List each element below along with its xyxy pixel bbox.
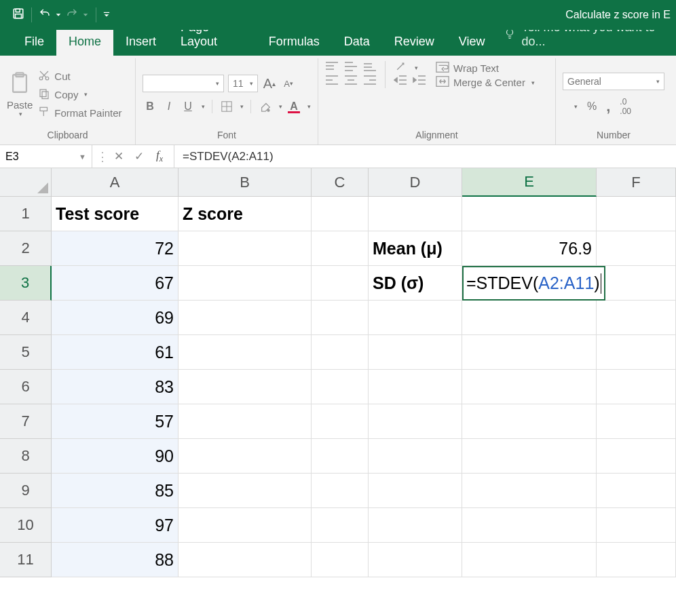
orientation-icon[interactable] [394, 61, 407, 75]
cell-A9[interactable]: 85 [52, 474, 179, 508]
insert-function-button[interactable]: fx [149, 149, 170, 164]
cell-E8[interactable] [462, 439, 597, 474]
column-header-D[interactable]: D [369, 168, 462, 197]
formula-input[interactable]: =STDEV(A2:A11) [174, 145, 676, 168]
cell-D5[interactable] [369, 335, 462, 370]
cut-button[interactable]: Cut [38, 69, 121, 83]
cell-A11[interactable]: 88 [52, 543, 179, 577]
decrease-font-icon[interactable]: A▾ [281, 76, 296, 91]
cell-D1[interactable] [369, 197, 462, 231]
row-header-2[interactable]: 2 [0, 231, 52, 266]
cancel-formula-button[interactable]: ✕ [109, 149, 129, 163]
row-header-3[interactable]: 3 [0, 266, 52, 301]
cell-F4[interactable] [597, 301, 676, 335]
column-header-B[interactable]: B [179, 168, 312, 197]
tab-file[interactable]: File [12, 29, 56, 56]
cell-E9[interactable] [462, 474, 597, 508]
qat-customize-icon[interactable] [103, 9, 110, 21]
align-left-icon[interactable] [325, 75, 339, 88]
cell-D2[interactable]: Mean (μ) [369, 231, 462, 266]
cell-F5[interactable] [597, 335, 676, 370]
cell-C4[interactable] [312, 301, 369, 335]
column-header-C[interactable]: C [312, 168, 369, 197]
cell-C2[interactable] [312, 231, 369, 266]
tab-formulas[interactable]: Formulas [257, 29, 332, 56]
cell-A2[interactable]: 72 [52, 231, 179, 266]
align-top-icon[interactable] [325, 61, 339, 75]
row-header-6[interactable]: 6 [0, 370, 52, 404]
cell-C10[interactable] [312, 508, 369, 543]
row-header-10[interactable]: 10 [0, 508, 52, 543]
increase-font-icon[interactable]: A▴ [262, 76, 277, 91]
font-name-select[interactable]: ▾ [143, 75, 224, 92]
cell-E2[interactable]: 76.9 [462, 231, 597, 266]
cell-F2[interactable] [597, 231, 676, 266]
cell-B1[interactable]: Z score [179, 197, 312, 231]
redo-dropdown-icon[interactable] [82, 9, 89, 21]
cell-B4[interactable] [179, 301, 312, 335]
undo-dropdown-icon[interactable] [55, 9, 62, 21]
row-header-5[interactable]: 5 [0, 335, 52, 370]
cell-F3[interactable] [597, 266, 676, 301]
functions-list-icon[interactable]: ⋮ [96, 149, 109, 164]
column-header-F[interactable]: F [597, 168, 676, 197]
cell-C9[interactable] [312, 474, 369, 508]
cell-F1[interactable] [597, 197, 676, 231]
paste-button[interactable]: Paste ▾ [7, 61, 38, 128]
cell-D3[interactable]: SD (σ) [369, 266, 462, 301]
cell-E4[interactable] [462, 301, 597, 335]
comma-format-icon[interactable]: , [606, 98, 610, 115]
cell-D8[interactable] [369, 439, 462, 474]
cell-A6[interactable]: 83 [52, 370, 179, 404]
cell-B2[interactable] [179, 231, 312, 266]
merge-center-button[interactable]: Merge & Center▾ [436, 75, 535, 90]
cell-F7[interactable] [597, 404, 676, 439]
cell-F10[interactable] [597, 508, 676, 543]
cell-D4[interactable] [369, 301, 462, 335]
tab-home[interactable]: Home [56, 29, 113, 56]
cell-B5[interactable] [179, 335, 312, 370]
cell-C1[interactable] [312, 197, 369, 231]
column-header-E[interactable]: E [462, 168, 597, 197]
cell-B10[interactable] [179, 508, 312, 543]
cell-C8[interactable] [312, 439, 369, 474]
cell-A5[interactable]: 61 [52, 335, 179, 370]
increase-indent-icon[interactable] [413, 75, 426, 88]
cell-B11[interactable] [179, 543, 312, 577]
font-size-select[interactable]: 11▾ [228, 75, 258, 92]
cell-C6[interactable] [312, 370, 369, 404]
cell-E1[interactable] [462, 197, 597, 231]
cell-A3[interactable]: 67 [52, 266, 179, 301]
cell-A8[interactable]: 90 [52, 439, 179, 474]
fill-color-button[interactable] [258, 99, 273, 114]
row-header-4[interactable]: 4 [0, 301, 52, 335]
cell-F6[interactable] [597, 370, 676, 404]
font-color-button[interactable]: A [286, 99, 301, 114]
cell-E11[interactable] [462, 543, 597, 577]
cell-D6[interactable] [369, 370, 462, 404]
cell-editor[interactable]: =STDEV(A2:A11) [462, 266, 605, 301]
tab-insert[interactable]: Insert [113, 29, 168, 56]
cell-C5[interactable] [312, 335, 369, 370]
cell-B6[interactable] [179, 370, 312, 404]
cell-D9[interactable] [369, 474, 462, 508]
cell-E10[interactable] [462, 508, 597, 543]
column-header-A[interactable]: A [52, 168, 179, 197]
percent-format-icon[interactable]: % [587, 100, 597, 113]
align-bottom-icon[interactable] [363, 61, 377, 75]
copy-button[interactable]: Copy▾ [38, 88, 121, 102]
tab-review[interactable]: Review [382, 29, 447, 56]
save-icon[interactable] [12, 7, 24, 22]
number-format-select[interactable]: General▾ [563, 73, 664, 90]
redo-icon[interactable] [66, 7, 78, 22]
cell-D7[interactable] [369, 404, 462, 439]
cell-C3[interactable] [312, 266, 369, 301]
bold-button[interactable]: B [143, 99, 157, 114]
cell-F8[interactable] [597, 439, 676, 474]
cell-D10[interactable] [369, 508, 462, 543]
enter-formula-button[interactable]: ✓ [129, 149, 149, 163]
underline-button[interactable]: U [181, 99, 195, 114]
increase-decimal-icon[interactable]: .0.00 [620, 97, 631, 116]
borders-button[interactable] [219, 99, 234, 114]
row-header-9[interactable]: 9 [0, 474, 52, 508]
